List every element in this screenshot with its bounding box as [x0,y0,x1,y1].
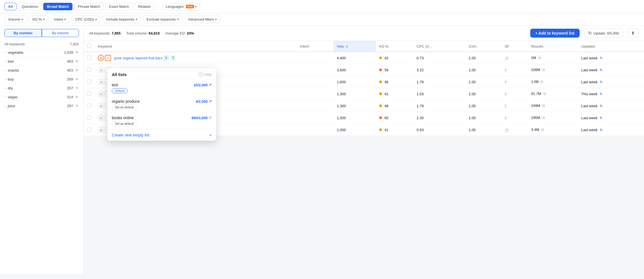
add-to-list-icon[interactable]: ⊕ [98,115,104,121]
results-copy-icon[interactable]: ⧉ [541,80,543,84]
popup-help-button[interactable]: i Help [198,72,212,77]
intent-cell [297,112,333,124]
chevron-right-icon: › [4,69,6,72]
results-copy-icon[interactable]: ⧉ [542,104,545,108]
eye-icon[interactable]: 👁 [75,95,79,99]
sidebar-item-label: buy [8,77,65,81]
tab-all[interactable]: All [4,3,16,10]
eye-icon[interactable]: 👁 [75,50,79,55]
tab-phrase-match[interactable]: Phrase Match [74,3,104,10]
th-volume[interactable]: Volu ⇅ [333,41,376,52]
results-copy-icon[interactable]: ⧉ [541,128,544,132]
filter-include[interactable]: Include keywords ▾ [103,16,141,23]
tab-exact-match[interactable]: Exact Match [105,3,133,10]
chevron-down-icon: ▾ [95,18,97,21]
refresh-icon: ↻ [588,31,592,36]
tab-broad-match[interactable]: Broad Match [43,3,72,10]
refresh-icon[interactable]: ↻ [600,128,603,132]
chevron-down-icon: ▾ [177,18,179,21]
volume-cell: 1,000 [333,124,376,136]
refresh-icon[interactable]: ↻ [600,116,603,120]
chevron-down-icon: ▾ [64,18,66,21]
add-to-list-icon[interactable]: ⊕ [98,55,104,61]
chevron-right-icon: › [4,78,6,81]
sidebar-item-tree[interactable]: › tree 483 👁 [0,57,83,66]
eye-icon[interactable]: 👁 [75,59,79,63]
languages-button[interactable]: Languages beta ▾ [162,3,200,10]
refresh-icon[interactable]: ↻ [600,104,603,108]
popup-list-item-test: test 10/2,000 ↗ Default [107,80,216,96]
add-to-keyword-list-button[interactable]: + Add to keyword list [530,29,580,38]
keyword-link[interactable]: pure organic layered fruit bars [114,56,163,60]
results-copy-icon[interactable]: ⧉ [542,116,545,120]
kd-dot [379,80,382,83]
cpc-cell: 1.03 [413,88,465,100]
refresh-icon[interactable]: ↻ [600,56,603,60]
chevron-right-icon: › [4,96,6,99]
kd-dot [379,68,382,71]
row-checkbox[interactable] [87,115,91,119]
sidebar-item-dry[interactable]: › dry 357 👁 [0,84,83,93]
row-checkbox[interactable] [87,103,91,107]
list-count[interactable]: 660/2,000 ⟳ [192,116,212,120]
row-checkbox[interactable] [87,91,91,96]
tab-related[interactable]: Related [134,3,154,10]
volume-cell: 1,000 [333,112,376,124]
add-to-list-icon[interactable]: ⊕ [98,103,104,109]
filter-kd[interactable]: KD % ▾ [29,16,48,23]
com-cell: 1.00 [465,88,501,100]
create-new-list-button[interactable]: Create new empty list + [107,129,216,141]
eye-icon[interactable]: 👁 [75,77,79,81]
set-default-tag[interactable]: Set as default [112,105,137,110]
updated-cell: Last week ↻ [578,52,644,64]
eye-icon[interactable]: 👁 [75,86,79,90]
filter-volume[interactable]: Volume ▾ [4,16,26,23]
by-volume-button[interactable]: By volume [42,29,79,37]
chevron-down-icon: ▾ [43,18,45,21]
by-number-button[interactable]: By number [4,29,42,37]
sidebar-item-vegas[interactable]: › vegas 314 👁 [0,93,83,102]
add-to-list-icon[interactable]: ⊕ [98,91,104,97]
results-copy-icon[interactable]: ⧉ [538,56,541,60]
row-checkbox[interactable] [87,79,91,84]
update-count: 0/5,000 [607,31,619,35]
row-checkbox[interactable] [87,67,91,72]
results-copy-icon[interactable]: ⧉ [542,68,545,72]
filter-exclude[interactable]: Exclude keywords ▾ [143,16,182,23]
eye-icon[interactable]: 👁 [75,104,79,108]
eye-icon[interactable]: 👁 [75,68,79,72]
chevron-right-icon: › [4,60,6,63]
row-checkbox[interactable] [87,55,91,60]
default-tag[interactable]: Default [112,88,128,93]
select-all-checkbox[interactable] [87,44,91,48]
row-checkbox[interactable] [87,127,91,131]
refresh-icon[interactable]: ↻ [600,92,603,96]
sidebar-item-buy[interactable]: › buy 359 👁 [0,75,83,84]
intent-cell [297,76,333,88]
add-to-list-icon[interactable]: ⊕ [98,67,104,73]
results-copy-icon[interactable]: ⧉ [543,92,546,96]
filter-intent-label: Intent [54,17,63,21]
tab-questions[interactable]: Questions [18,3,42,10]
set-default-tag[interactable]: Set as default [112,121,137,126]
add-to-list-icon[interactable]: ⊕ [98,127,104,133]
sidebar-item-vegetable[interactable]: › vegetable 1,039 👁 [0,48,83,57]
filter-advanced[interactable]: Advanced filters ▾ [185,16,221,23]
cpc-cell: 0.73 [413,52,465,64]
filter-intent[interactable]: Intent ▾ [50,16,70,23]
list-icon[interactable]: ≡ [105,55,111,61]
data-area: All keywords: 7,855 Total volume: 64,810… [84,26,644,274]
results-cell: 3.4M ⧉ [528,124,578,136]
update-button[interactable]: ↻ Update 0/5,000 [584,28,623,38]
kd-dot [379,116,382,119]
list-count[interactable]: 10/2,000 ↗ [193,83,212,87]
refresh-icon[interactable]: ↻ [600,68,603,72]
sidebar-item-juice[interactable]: › juice 297 👁 [0,102,83,111]
filter-cpc[interactable]: CPC (USD) ▾ [72,16,100,23]
refresh-icon[interactable]: ↻ [600,80,603,84]
list-count[interactable]: 4/2,000 ↗ [196,99,212,104]
add-to-list-icon[interactable]: ⊕ [98,79,104,85]
chevron-right-icon: › [4,104,6,108]
sidebar-item-snacks[interactable]: › snacks 403 👁 [0,66,83,75]
export-button[interactable]: ⬆ [628,28,638,38]
